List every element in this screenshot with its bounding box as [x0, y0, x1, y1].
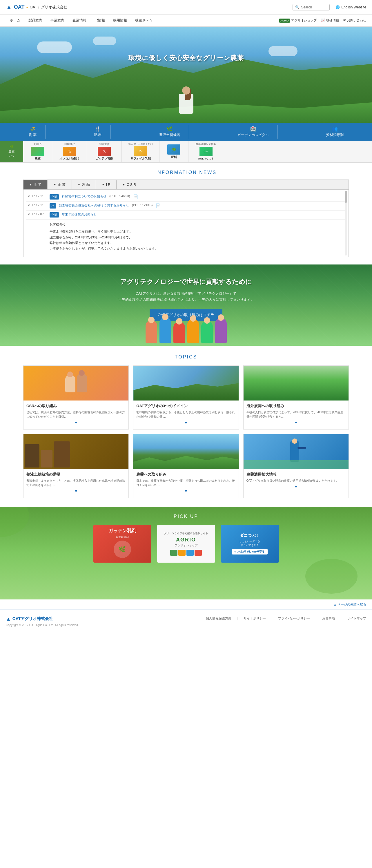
- topic-card-pesticide[interactable]: 農薬への取り組み 日本では、農薬従事者が大和や中藤、松野を持ち田んぼのまわりを歩…: [133, 434, 239, 498]
- pickup-card-gatten[interactable]: ガッテン乳剤 殺虫殺菌剤 🌿: [93, 525, 151, 563]
- tab-company-arrow: ▼: [53, 183, 56, 186]
- nav-ir[interactable]: IR情報: [90, 14, 109, 26]
- logo-area: ▲ OAT ● OATアグリオ株式会社: [6, 3, 67, 11]
- info-badge-1: 企業: [50, 194, 59, 199]
- header: ▲ OAT ● OATアグリオ株式会社 🔍 🌐 English Website: [0, 0, 372, 14]
- info-date-3: 2017.12.07: [28, 212, 47, 216]
- topic-card-appinfo[interactable]: 農薬適用拡大情報 OATアグリオ取り扱い製品の農薬の適用拡大情報が集まいただけま…: [243, 434, 349, 498]
- hero-banner: 環境に優しく安心安全なグリーン農薬: [0, 27, 372, 123]
- product-item-3[interactable]: 初期世代 乳 ガッテン乳剤: [87, 141, 122, 162]
- nav-agrio-shop[interactable]: AGRIO アグリオショップ: [279, 18, 317, 23]
- tab-all[interactable]: ▼ 全 て: [24, 180, 48, 189]
- footer-link-disclaimer[interactable]: 免責事項: [322, 616, 335, 621]
- info-detail-title: お客様各位: [50, 222, 344, 228]
- topics-grid: CSRへの取り組み 当社では、農薬や肥料の販売方法、肥料等の圃場食材の役割を広く…: [23, 365, 349, 498]
- product-item-4[interactable]: 初二 農 三初期 S 初剤 乳 サフオイル乳剤: [122, 141, 159, 162]
- footer-links: 個人情報保護方針 ｜ サイトポリシー ｜ プライバシーポリシー ｜ 免責事項 ｜…: [206, 616, 366, 621]
- product-category-label: 🌿 農薬 パン: [0, 141, 23, 162]
- pesticide-icon: 🌾: [30, 126, 35, 132]
- topic-img-domains: [133, 366, 238, 401]
- product-item-1[interactable]: 初期 S 農薬: [23, 141, 52, 162]
- page-top-link[interactable]: ▲ ページの先頭へ戻る: [334, 602, 366, 606]
- info-content: 2017.12.11 企業 料経営体制についてのお知らせ (PDF : 546K…: [23, 190, 349, 257]
- topic-title-overseas: 海外展開への取り組み: [246, 403, 346, 409]
- topic-desc-csr: 当社では、農薬や肥料の販売方法、肥料等の圃場食材の役割を広く一般の方に知っていた…: [26, 410, 126, 419]
- tab-ir-arrow: ▼: [102, 183, 105, 186]
- info-link-1[interactable]: 料経営体制についてのお知らせ: [62, 194, 106, 199]
- info-link-3[interactable]: 年末年始休業のお知らせ: [62, 212, 97, 217]
- info-link-2[interactable]: 監査等委員会設置会社への移行に関するお知らせ: [59, 203, 129, 208]
- mission-subtitle-2: 世界的食糧不足の問題解決に取り組むことにより、世界の人々に貢献してまいります。: [118, 297, 254, 303]
- hero-person: [178, 86, 195, 114]
- footer-link-privacy[interactable]: プライバシーポリシー: [278, 616, 310, 621]
- tab-ir[interactable]: ▼ I R: [96, 180, 117, 189]
- search-icon: 🔍: [295, 5, 300, 9]
- info-title: INFORMATION NEWS: [23, 170, 349, 175]
- topic-arrow-appinfo: ▼: [246, 483, 346, 490]
- footer-link-privacy-policy[interactable]: 個人情報保護方針: [206, 616, 231, 621]
- footer-link-site-policy[interactable]: サイトポリシー: [244, 616, 266, 621]
- info-row-2: 2017.12.11 社 監査等委員会設置会社への移行に関するお知らせ (PDF…: [26, 202, 346, 211]
- logo-oat: OAT: [14, 4, 25, 10]
- category-garden[interactable]: 🏥 ガーデンホスピタル: [229, 125, 278, 138]
- tab-company[interactable]: ▼ 企 業: [48, 180, 72, 189]
- nav-right: AGRIO アグリオショップ 📈 株価情報 ✉ お問い合わせ: [279, 18, 366, 23]
- nav-business[interactable]: 事業案内: [46, 14, 68, 26]
- info-badge-3: 企業: [50, 212, 59, 218]
- category-material[interactable]: 👥 資材消毒剤: [317, 125, 352, 138]
- agrio-logo: AGRIO: [176, 537, 196, 543]
- topic-arrow-csr: ▼: [26, 419, 126, 426]
- product-item-5[interactable]: 🌿 肥料: [159, 141, 188, 162]
- nav-company[interactable]: 企業情報: [68, 14, 90, 26]
- product-item-2[interactable]: 初期世代 粒 オンコル粒剤 5: [52, 141, 87, 162]
- tab-product[interactable]: ▼ 製 品: [72, 180, 96, 189]
- nav-stock[interactable]: 📈 株価情報: [321, 18, 339, 23]
- footer-copyright: Copyright © 2017 OAT Agrio Co., Ltd. All…: [6, 623, 79, 627]
- english-link[interactable]: 🌐 English Website: [336, 5, 366, 9]
- topic-desc-pesticide: 日本では、農薬従事者が大和や中藤、松野を持ち田んぼのまわりを歩き、後付く金を追い…: [136, 478, 236, 487]
- mail-icon: ✉: [343, 19, 346, 22]
- nav-products[interactable]: 製品案内: [24, 14, 46, 26]
- product-item-6[interactable]: 農薬適用拡大情報 OAT OATハウス！: [188, 141, 223, 162]
- footer-logo-text: OATアグリオ株式会社: [12, 616, 53, 621]
- scrollbar[interactable]: [345, 191, 347, 255]
- company-name: OATアグリオ株式会社: [30, 5, 67, 10]
- info-badge-2: 社: [50, 203, 56, 209]
- logo-dot: ●: [26, 5, 28, 9]
- topic-title-appinfo: 農薬適用拡大情報: [246, 472, 346, 477]
- hero-text: 環境に優しく安心安全なグリーン農薬: [128, 54, 244, 62]
- topic-desc-appinfo: OATアグリオ取り扱い製品の農薬の適用拡大情報が集まいただけます。: [246, 478, 346, 483]
- footer: ▲ OATアグリオ株式会社 Copyright © 2017 OAT Agrio…: [0, 610, 372, 636]
- search-box[interactable]: 🔍: [292, 4, 330, 10]
- mission-title: アグリテクノロジーで世界に貢献するために: [120, 278, 252, 286]
- category-pesticide[interactable]: 🌾 農 薬: [20, 125, 45, 138]
- nav-home[interactable]: ホーム: [6, 14, 24, 26]
- pickup-card-dani[interactable]: ダニつぶ！ しぶといハダニをサラバできる！ 4つの効果でしっかり守る!: [221, 525, 279, 563]
- topic-card-overseas[interactable]: 海外展開への取り組み 今後の人口と食需の増加によって、2009年に比して、205…: [243, 365, 349, 430]
- nav-left: ホーム 製品案内 事業案内 企業情報 IR情報 採用情報 株主さへ ∨: [6, 14, 157, 26]
- category-fertilizer[interactable]: 🍴 肥 料: [85, 125, 111, 138]
- tab-csr-arrow: ▼: [122, 183, 125, 186]
- pickup-section: PICK UP ガッテン乳剤 殺虫殺菌剤 🌿 グリーンライフを応援する通販サイト…: [0, 507, 372, 599]
- search-input[interactable]: [301, 5, 327, 9]
- logo-icon: ▲: [6, 3, 12, 11]
- topic-card-domains[interactable]: OATアグリオの3つのドメイン 地球環境の調和の観点から、今後とした以上の農林漁…: [133, 365, 239, 430]
- tab-csr[interactable]: ▼ C S R: [117, 180, 142, 189]
- topic-body-overseas: 海外展開への取り組み 今後の人口と食需の増加によって、2009年に比して、205…: [244, 401, 348, 429]
- topic-body-domains: OATアグリオの3つのドメイン 地球環境の調和の観点から、今後とした以上の農林漁…: [133, 401, 238, 429]
- topic-card-hydro[interactable]: 養液土耕栽培の需要 養液土耕（ようえきどこう）とは、液体肥料入を利用した充電水耕…: [23, 434, 129, 498]
- fertilizer-icon: 🍴: [95, 126, 101, 132]
- pickup-card-shop[interactable]: グリーンライフを応援する通販サイト AGRIO アグリオショップ: [157, 525, 215, 563]
- info-row-3: 2017.12.07 企業 年末年始休業のお知らせ: [26, 211, 346, 220]
- nav-recruit[interactable]: 採用情報: [109, 14, 131, 26]
- garden-icon: 🏥: [250, 126, 256, 132]
- topic-card-csr[interactable]: CSRへの取り組み 当社では、農薬や肥料の販売方法、肥料等の圃場食材の役割を広く…: [23, 365, 129, 430]
- tab-all-arrow: ▼: [29, 183, 32, 186]
- nav-contact[interactable]: ✉ お問い合わせ: [343, 18, 366, 23]
- footer-link-sitemap[interactable]: サイトマップ: [347, 616, 366, 621]
- pickup-cards: ガッテン乳剤 殺虫殺菌剤 🌿 グリーンライフを応援する通販サイト AGRIO ア…: [23, 525, 349, 563]
- category-hydro[interactable]: 🌿 養液土耕栽培: [151, 125, 189, 138]
- nav-shareholders[interactable]: 株主さへ ∨: [131, 14, 157, 26]
- topic-arrow-domains: ▼: [136, 419, 236, 426]
- topic-img-csr: [24, 366, 128, 401]
